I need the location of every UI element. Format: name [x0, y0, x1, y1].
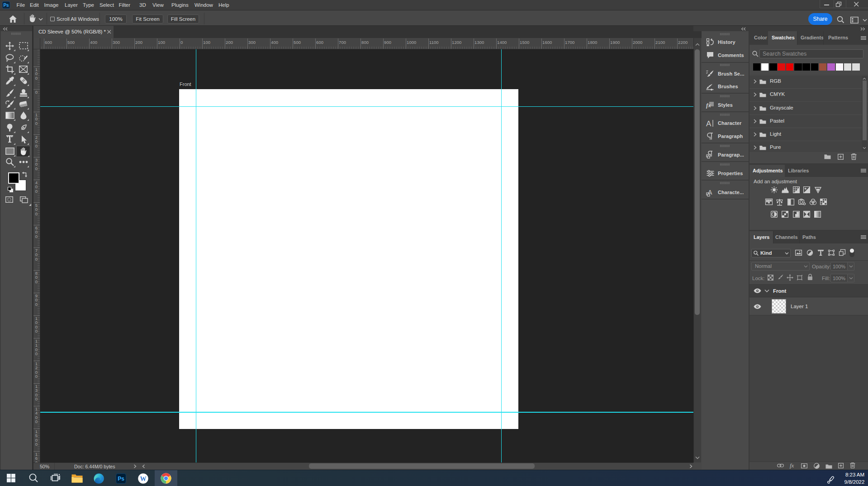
svg-text:Ps: Ps	[118, 476, 124, 482]
svg-text:Ps: Ps	[3, 3, 9, 8]
svg-text:W: W	[140, 476, 147, 482]
svg-text:A: A	[706, 119, 711, 128]
svg-text:fx: fx	[706, 102, 711, 109]
